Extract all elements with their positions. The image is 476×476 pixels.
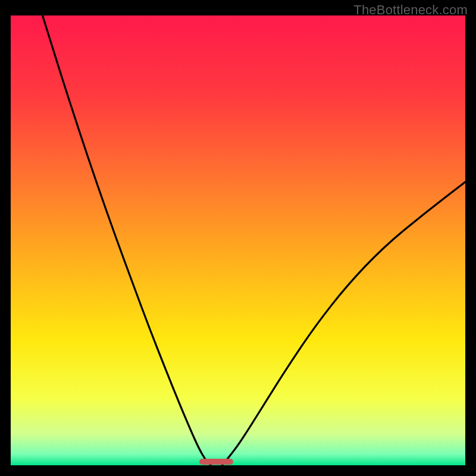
chart-frame bbox=[11, 15, 465, 465]
bottleneck-curve bbox=[11, 15, 465, 465]
plot-area bbox=[11, 15, 465, 465]
optimal-range-marker bbox=[199, 459, 233, 465]
